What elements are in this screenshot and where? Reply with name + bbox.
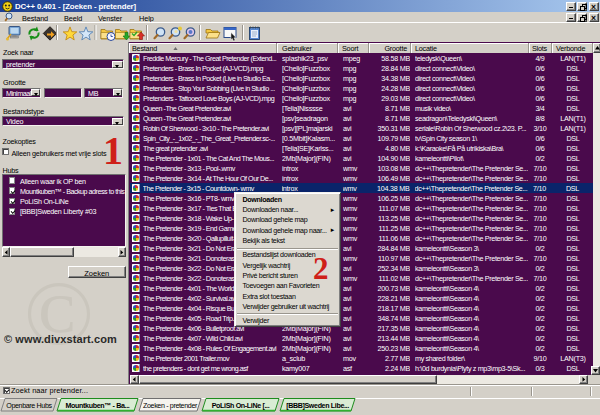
svg-text:PoLiSh On-LiNe [...: PoLiSh On-LiNe [... bbox=[212, 402, 270, 410]
svg-text:Mountkuben™ - Ba...: Mountkuben™ - Ba... bbox=[66, 402, 130, 410]
svg-text:[BBB]Sweden Libe...: [BBB]Sweden Libe... bbox=[286, 402, 349, 410]
svg-text:Zoeken - pretender: Zoeken - pretender bbox=[143, 402, 198, 410]
svg-text:Openbare Hubs: Openbare Hubs bbox=[6, 402, 52, 410]
